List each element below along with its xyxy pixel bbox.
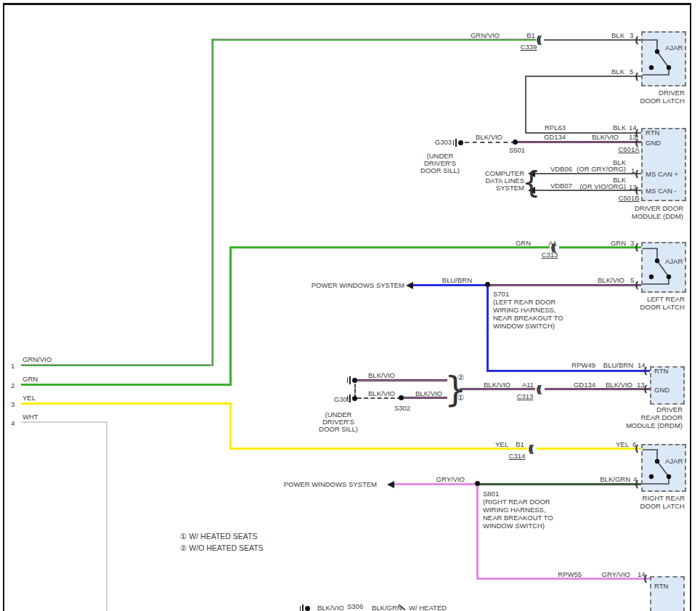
wire-yel-left	[21, 402, 230, 405]
pin-13-drdm: 13	[637, 381, 645, 389]
bottom-splice-s306: S306	[347, 602, 363, 610]
pin-connector-icon	[635, 169, 639, 179]
bottom-wire-color-blkgrn: BLK/GRN	[372, 604, 402, 611]
g303-2-location-3: DOOR SILL)	[319, 425, 358, 433]
wire-grn-left	[21, 384, 230, 386]
wire-color-blk-rtn: BLK	[613, 124, 626, 131]
pin-6-right-rear: 6	[632, 440, 636, 448]
ajar-driver-latch: AJAR	[665, 44, 683, 52]
left-rear-latch-title-2: DOOR LATCH	[640, 303, 685, 311]
pin-4-right-rear: 4	[633, 475, 637, 483]
pin-connector-icon	[635, 280, 639, 290]
wire-yel-top	[229, 448, 527, 450]
pin-connector-icon	[635, 243, 639, 252]
ddm-pin-rtn: RTN	[646, 129, 659, 137]
brace-computer-data-lines	[522, 168, 540, 197]
wire-color-grn-1: GRN	[516, 239, 531, 247]
splice-s302-dot	[399, 395, 404, 400]
s701-location-2: WIRING HARNESS,	[493, 306, 556, 314]
s801-location-1: (RIGHT REAR DOOR	[483, 498, 550, 506]
note-2: ② W/O HEATED SEATS	[180, 544, 264, 552]
pin-5-left-rear: 5	[630, 276, 634, 284]
splice-s801-dot	[475, 481, 480, 486]
drdm-title-1: DRIVER	[656, 405, 683, 413]
wire-grnvio-vertical	[211, 39, 213, 366]
wire-blkgrn-right-rear	[478, 483, 641, 485]
wire-grn-top	[229, 246, 550, 248]
arrow-left-icon	[406, 282, 413, 289]
pin-3-left-rear: 3	[630, 239, 634, 247]
wire-can-plus	[535, 173, 641, 174]
connector-c313-a1: C313	[542, 251, 558, 259]
wire-blk-rtn	[525, 132, 641, 134]
s701-location-3: NEAR BREAKOUT TO	[493, 314, 563, 322]
wire-color-blkvio-s701: BLK/VIO	[598, 276, 624, 284]
pin-3-driver-latch: 3	[630, 31, 633, 39]
note-ref-1: ①	[457, 394, 464, 402]
connector-pin-a11: A11	[522, 381, 534, 389]
computer-data-lines-3: SYSTEM	[496, 184, 524, 192]
drdm-title-2: REAR DOOR	[640, 413, 683, 421]
wire-gryvio-pws	[394, 483, 478, 485]
right-rear-latch-title-2: DOOR LATCH	[640, 502, 685, 510]
circuit-vdb07: VDB07	[550, 182, 572, 190]
right-rear-door-latch-box	[641, 444, 686, 492]
wire-color-blubrn-2: BLU/BRN	[603, 361, 633, 369]
wire-color-blk-pin5: BLK	[611, 68, 624, 76]
wire-color-blkvio-g303u: BLK/VIO	[368, 371, 395, 379]
wire-color-blkvio-s302: BLK/VIO	[415, 389, 442, 397]
wire-wht-vertical	[106, 421, 107, 611]
left-wire-3-color: YEL	[23, 394, 36, 402]
wire-color-grnvio-top: GRN/VIO	[471, 31, 500, 39]
wire-color-yel-1: YEL	[495, 440, 508, 448]
wire-color-blkvio-g303l: BLK/VIO	[368, 389, 395, 397]
ajar-left-rear: AJAR	[665, 257, 683, 265]
pin-13-ddm-gnd: 13	[629, 133, 637, 141]
left-wire-4-color: WHT	[23, 413, 38, 421]
connector-pin-b1-c314: B1	[516, 440, 524, 448]
left-wire-2-color: GRN	[23, 375, 38, 383]
wire-blk-pin5	[525, 76, 641, 77]
bottom-module-pin-rtn: RTN	[654, 582, 668, 590]
ddm-pin-can-plus: MS CAN +	[646, 170, 678, 178]
ddm-pin-gnd: GND	[646, 139, 661, 147]
pin-connector-icon	[635, 72, 639, 81]
circuit-rpl63: RPL63	[545, 124, 566, 131]
pin-13-ddm-can: 13	[629, 183, 637, 191]
wire-grnvio-left	[21, 364, 212, 366]
connector-pin-b1: B1	[526, 31, 535, 39]
ground-g303-2-label: G303	[334, 395, 351, 403]
ddm-title-1: DRIVER DOOR	[635, 204, 683, 212]
left-wire-4-num: 4	[11, 419, 15, 427]
wire-color-blkgrn: BLK/GRN	[600, 475, 630, 483]
wire-blubrn-vertical	[487, 284, 489, 372]
g303-location-3: DOOR SILL)	[420, 166, 460, 174]
wire-blkvio-left-rear	[488, 284, 641, 286]
wire-blkvio-gd134-drdm	[545, 388, 650, 390]
ground-icon	[299, 604, 310, 611]
drdm-pin-rtn: RTN	[654, 367, 668, 375]
s801-location-4: WINDOW SWITCH)	[483, 522, 545, 530]
pin-14-ddm: 14	[629, 124, 637, 131]
left-wire-3-num: 3	[11, 400, 15, 408]
wire-color-yel-2: YEL	[616, 440, 629, 448]
wire-blk-pin3	[544, 39, 641, 41]
wiring-diagram: GRN/VIOB1C339BLK3BLK5AJARDRIVERDOOR LATC…	[0, 0, 700, 611]
power-windows-system-2: POWER WINDOWS SYSTEM	[284, 480, 377, 488]
bottom-note-w-heated: W/ HEATED	[409, 604, 447, 611]
wire-blkvio-gd134-ddm	[516, 141, 641, 143]
wire-color-can-minus-2: (OR VIO/ORG)	[579, 182, 626, 190]
wire-color-can-plus-2: (OR GRY/ORG)	[577, 165, 626, 173]
ground-g303-label: G303	[435, 138, 452, 146]
inline-connector-icon-c313-a11	[536, 384, 540, 394]
ddm-pin-can-minus: MS CAN -	[646, 187, 677, 195]
wire-color-blkvio-s501: BLK/VIO	[476, 133, 502, 141]
left-rear-latch-title-1: LEFT REAR	[647, 295, 685, 303]
circuit-gd134-ddm: GD134	[544, 133, 566, 141]
circuit-rpw55: RPW55	[558, 570, 582, 578]
connector-c501a: C501A	[618, 145, 639, 153]
driver-latch-title-2: DOOR LATCH	[640, 97, 685, 105]
connector-pin-a1: A1	[548, 239, 557, 247]
driver-latch-title-1: DRIVER	[659, 89, 685, 97]
pin-5-driver-latch: 5	[630, 68, 633, 76]
